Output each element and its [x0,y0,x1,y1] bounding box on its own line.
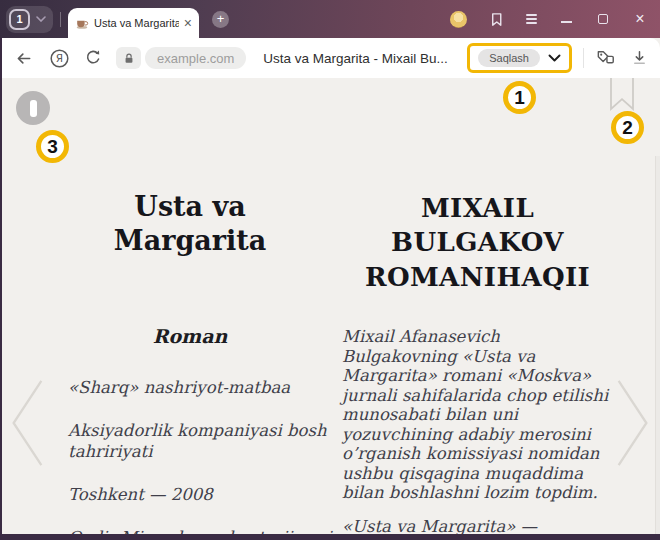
tab-count: 1 [9,9,30,30]
browser-tab[interactable]: Usta va Margarita - Mixa × [68,8,199,38]
pause-icon [30,100,37,117]
browser-toolbar: Я example.com Usta va Margarita - Mixail… [0,38,660,78]
chapter-paragraph: Mixail Afanasevich Bulgakovning «Usta va… [342,327,657,503]
new-tab-button[interactable]: + [212,11,229,28]
coffee-cup-favicon-icon [75,16,89,30]
book-title: Usta va Margarita [40,190,340,258]
tab-title: Usta va Margarita - Mixa [94,17,179,29]
scrollbar[interactable] [655,156,660,540]
menu-icon[interactable] [526,14,537,24]
save-dropdown-chevron-icon[interactable] [548,54,561,62]
maximize-button[interactable] [595,11,611,27]
address-bar-page-title[interactable]: Usta va Margarita - Mixail Bu... [263,51,467,66]
titlebar-separator [60,12,61,27]
annotation-badge-2: 2 [611,111,644,144]
bookmarks-panel-icon[interactable] [488,11,505,28]
page-content: Usta va Margarita Roman «Sharq» nashriyo… [0,78,660,534]
imprint-line: «Sharq» nashriyot-matbaa [68,377,336,398]
imprint-line: Aksiyadorlik kompaniyasi bosh tahririyat… [68,420,336,462]
next-page-button[interactable] [611,375,655,475]
toolbar-separator [583,48,584,68]
annotation-badge-3: 3 [36,130,69,163]
download-button[interactable] [631,49,648,67]
close-button[interactable]: × [632,11,648,27]
refresh-button[interactable] [84,49,102,67]
minimize-button[interactable] [558,11,574,27]
refresh-icon [84,49,102,67]
annotation-badge-1: 1 [503,81,536,114]
titlebar: 1 Usta va Margarita - Mixa × + × [0,0,660,38]
window-left-border [0,38,2,534]
yandex-logo-button[interactable]: Я [49,48,70,69]
collections-tag-icon [595,48,616,68]
bookmark-ribbon-icon[interactable] [607,78,637,115]
chevron-left-icon [5,375,49,471]
pause-button[interactable] [16,91,50,125]
back-button[interactable] [14,49,33,68]
save-button[interactable]: Saqlash [478,49,540,67]
site-security-lock[interactable] [116,47,141,69]
address-bar-domain[interactable]: example.com [145,47,246,69]
tab-counter-button[interactable]: 1 [6,6,53,33]
profile-avatar[interactable] [450,11,467,28]
download-icon [631,49,648,67]
svg-text:Я: Я [56,52,63,64]
prev-page-button[interactable] [5,375,49,475]
chevron-down-icon [36,16,46,22]
tab-close-icon[interactable]: × [184,16,192,30]
browser-window: 1 Usta va Margarita - Mixa × + × [0,0,660,540]
imprint-block: «Sharq» nashriyot-matbaa Aksiyadorlik ko… [68,377,336,540]
arrow-left-icon [14,49,33,68]
collections-button[interactable] [595,48,616,68]
window-bottom-border [0,534,660,540]
yandex-icon: Я [49,48,70,69]
lock-icon [123,52,135,65]
close-icon: × [635,11,644,27]
imprint-line: Toshkent — 2008 [68,484,336,505]
annotation-highlight-box: Saqlash [467,43,572,73]
book-subtitle: Roman [40,325,340,347]
chapter-heading: MIXAIL BULGAKOV ROMANIHAQII [325,191,630,294]
chevron-right-icon [611,375,655,471]
